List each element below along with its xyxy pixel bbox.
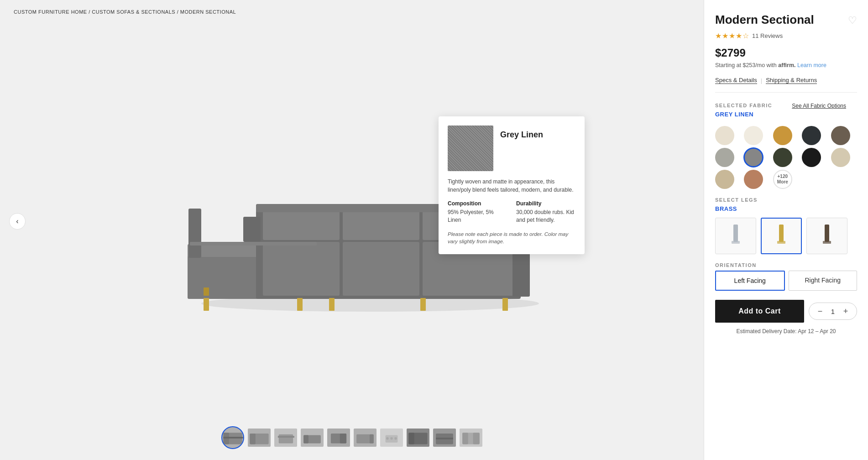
thumbnail-8[interactable]	[407, 429, 429, 447]
fabric-section: SELECTED FABRIC GREY LINEN See All Fabri…	[715, 103, 857, 189]
thumbnail-10[interactable]	[460, 429, 482, 447]
durability-col: Durability 30,000 double rubs. Kid and p…	[516, 200, 575, 224]
svg-rect-30	[303, 435, 309, 444]
thumbnail-6[interactable]	[354, 429, 376, 447]
fabric-swatch-terracotta[interactable]	[744, 170, 763, 189]
fabric-tooltip: Grey Linen Tightly woven and matte in ap…	[439, 116, 585, 254]
review-count[interactable]: 11 Reviews	[752, 32, 783, 39]
qty-value: 1	[829, 308, 837, 315]
orientation-left[interactable]: Left Facing	[715, 271, 785, 291]
svg-rect-42	[436, 438, 453, 439]
tooltip-swatch	[448, 125, 493, 171]
quantity-control: − 1 +	[809, 303, 857, 320]
thumbnail-3[interactable]	[274, 429, 297, 447]
thumbnail-strip	[0, 419, 704, 460]
fabric-swatch-grey-light[interactable]	[715, 148, 734, 167]
fabric-swatch-cream[interactable]	[744, 126, 763, 145]
legs-selected-name: BRASS	[715, 205, 857, 212]
composition-value: 95% Polyester, 5% Linen	[448, 209, 507, 224]
thumbnail-4[interactable]	[301, 429, 324, 447]
breadcrumb-text: CUSTOM FURNITURE HOME / CUSTOM SOFAS & S…	[14, 9, 236, 15]
thumbnail-2[interactable]	[248, 429, 271, 447]
sofa-image-container: Grey Linen Tightly woven and matte in ap…	[146, 103, 557, 340]
tooltip-description: Tightly woven and matte in appearance, t…	[448, 178, 575, 194]
fabric-swatch-ivory[interactable]	[715, 126, 734, 145]
stars-row: ★★★★☆ 11 Reviews	[715, 31, 857, 40]
svg-rect-51	[823, 241, 831, 244]
fabric-swatch-black[interactable]	[802, 148, 821, 167]
qty-decrease-button[interactable]: −	[816, 307, 825, 316]
svg-rect-47	[732, 241, 740, 244]
durability-label: Durability	[516, 200, 575, 207]
qty-increase-button[interactable]: +	[841, 307, 850, 316]
svg-rect-27	[279, 434, 293, 444]
svg-rect-6	[343, 242, 419, 296]
link-separator: |	[761, 77, 762, 84]
fabric-swatch-more[interactable]: +120 More	[773, 170, 792, 189]
fabric-swatch-grey-linen[interactable]	[744, 148, 763, 167]
star-rating: ★★★★☆	[715, 31, 749, 40]
legs-section: SELECT LEGS BRASS	[715, 197, 857, 254]
wishlist-heart-icon[interactable]: ♡	[848, 15, 857, 26]
prev-image-button[interactable]: ‹	[9, 213, 26, 230]
svg-rect-45	[473, 433, 480, 444]
svg-rect-26	[250, 434, 256, 444]
tooltip-specs: Composition 95% Polyester, 5% Linen Dura…	[448, 200, 575, 224]
thumbnail-5[interactable]	[327, 429, 350, 447]
add-to-cart-button[interactable]: Add to Cart	[715, 300, 804, 323]
leg-option-silver[interactable]	[715, 218, 756, 254]
fabric-swatch-charcoal[interactable]	[802, 126, 821, 145]
orientation-section: ORIENTATION Left FacingRight Facing	[715, 262, 857, 291]
orientation-right[interactable]: Right Facing	[789, 271, 858, 291]
tooltip-note: Please note each piece is made to order.…	[448, 230, 575, 245]
svg-rect-16	[204, 298, 209, 311]
right-panel: Modern Sectional ♡ ★★★★☆ 11 Reviews $279…	[704, 0, 868, 460]
svg-rect-14	[243, 217, 261, 242]
svg-rect-18	[329, 298, 335, 311]
fabric-section-header: SELECTED FABRIC GREY LINEN See All Fabri…	[715, 103, 857, 123]
fabric-swatch-natural[interactable]	[831, 148, 850, 167]
shipping-returns-link[interactable]: Shipping & Returns	[766, 77, 817, 84]
leg-option-brass[interactable]	[761, 218, 802, 254]
delivery-estimate: Estimated Delivery Date: Apr 12 – Apr 20	[715, 328, 857, 335]
thumbnail-9[interactable]	[433, 429, 456, 447]
affirm-learn-more[interactable]: Learn more	[797, 62, 826, 68]
product-links-row: Specs & Details | Shipping & Returns	[715, 77, 857, 93]
svg-point-38	[394, 437, 397, 439]
svg-rect-15	[190, 242, 317, 246]
product-image-area: ‹	[0, 24, 704, 419]
see-all-fabrics-link[interactable]: See All Fabric Options	[792, 103, 846, 109]
tooltip-header: Grey Linen	[448, 125, 575, 171]
specs-details-link[interactable]: Specs & Details	[715, 77, 757, 84]
leg-option-dark[interactable]	[806, 218, 847, 254]
fabric-selected-name: GREY LINEN	[715, 111, 772, 118]
svg-rect-24	[223, 437, 243, 439]
legs-grid	[715, 218, 857, 254]
svg-rect-34	[370, 434, 374, 444]
affirm-text: Starting at $253/mo with	[715, 62, 777, 68]
fabric-swatch-gold[interactable]	[773, 126, 792, 145]
cart-row: Add to Cart − 1 +	[715, 300, 857, 323]
fabric-swatch-taupe-dark[interactable]	[831, 126, 850, 145]
svg-rect-17	[297, 298, 303, 311]
fabric-header-left: SELECTED FABRIC GREY LINEN	[715, 103, 772, 123]
composition-label: Composition	[448, 200, 507, 207]
orientation-label: ORIENTATION	[715, 262, 857, 268]
product-price: $2799	[715, 47, 857, 59]
legs-section-label: SELECT LEGS	[715, 197, 857, 203]
svg-rect-21	[204, 288, 209, 296]
svg-rect-5	[263, 242, 340, 296]
fabric-swatch-green-dark[interactable]	[773, 148, 792, 167]
svg-rect-50	[825, 225, 829, 242]
svg-rect-28	[278, 436, 294, 438]
svg-rect-3	[188, 209, 201, 258]
thumbnail-1[interactable]	[221, 426, 244, 449]
svg-point-36	[386, 437, 388, 439]
fabric-swatch-sand[interactable]	[715, 170, 734, 189]
svg-rect-40	[408, 433, 414, 444]
svg-rect-49	[777, 241, 785, 244]
panel-header: Modern Sectional ♡	[715, 13, 857, 27]
thumbnail-7[interactable]	[380, 429, 403, 447]
affirm-row: Starting at $253/mo with affirm. Learn m…	[715, 62, 857, 68]
svg-rect-32	[340, 434, 346, 444]
